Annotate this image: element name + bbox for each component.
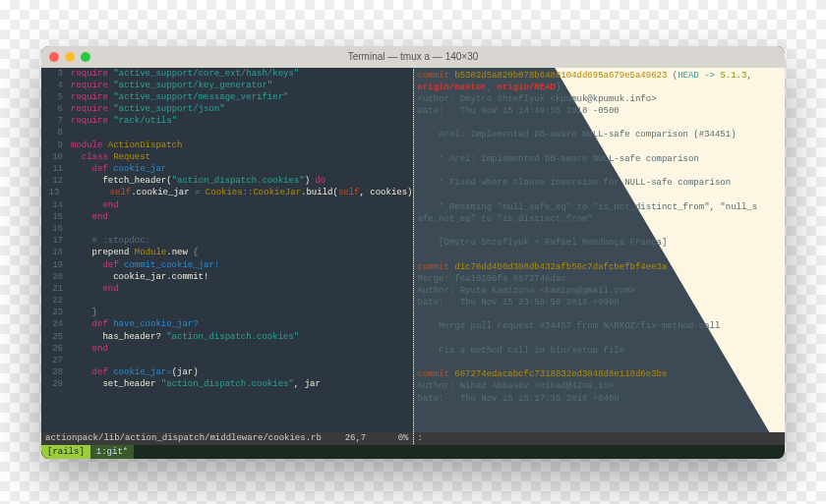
file-path: actionpack/lib/action_dispatch/middlewar…: [45, 433, 322, 443]
git-log-line[interactable]: Date: Thu Nov 15 14:49:55 2018 -0500: [418, 105, 782, 117]
titlebar[interactable]: Terminal — tmux a — 140×30: [41, 46, 785, 68]
git-log-line[interactable]: [418, 249, 782, 260]
line-number: 15: [41, 211, 71, 223]
terminal-window: Terminal — tmux a — 140×30 3require "act…: [41, 46, 785, 459]
line-number: 21: [41, 283, 71, 295]
code-line[interactable]: 22: [41, 295, 413, 307]
code-line[interactable]: 18 prepend Module.new {: [41, 247, 413, 258]
code-line[interactable]: 16: [41, 223, 413, 235]
code-line[interactable]: 15 end: [41, 211, 413, 223]
git-log-line[interactable]: commit b5302d5a820b078b6488104dd695a679e…: [418, 70, 782, 82]
line-number: 16: [41, 223, 71, 235]
code-line[interactable]: 21 end: [41, 283, 413, 295]
code-line[interactable]: 27: [41, 355, 413, 366]
code-line[interactable]: 10 class Request: [41, 151, 413, 163]
line-number: 12: [41, 175, 71, 187]
line-number: 23: [41, 307, 71, 318]
code-line[interactable]: 29 set_header "action_dispatch.cookies",…: [41, 378, 413, 390]
code-line[interactable]: 17 # :stopdoc:: [41, 235, 413, 247]
code-line[interactable]: 19 def commit_cookie_jar!: [41, 259, 413, 271]
git-log-line[interactable]: commit 667274edacabcfc7318832ed3048d8e11…: [418, 368, 782, 380]
git-log-line[interactable]: Merge pull request #34457 from NARKOZ/fi…: [418, 320, 782, 332]
git-log-line[interactable]: Author: Ryuta Kamizono <kamipo@gmail.com…: [418, 285, 782, 297]
git-log-line[interactable]: Date: Thu Nov 15 18:17:35 2018 +0400: [418, 393, 782, 405]
code-line[interactable]: 4require "active_support/key_generator": [41, 80, 413, 91]
line-number: 10: [41, 151, 71, 163]
line-number: 27: [41, 355, 71, 366]
git-log-line[interactable]: Merge: f6a16106fa 667274edac: [418, 273, 782, 285]
git-log-line[interactable]: [418, 333, 782, 345]
git-log-line[interactable]: [418, 165, 782, 177]
line-number: 14: [41, 199, 71, 211]
line-number: 7: [41, 115, 71, 127]
window-title: Terminal — tmux a — 140×30: [41, 51, 785, 62]
code-line[interactable]: 12 fetch_header("action_dispatch.cookies…: [41, 175, 413, 187]
pager-prompt: :: [418, 433, 423, 443]
code-line[interactable]: 3require "active_support/core_ext/hash/k…: [41, 68, 413, 80]
line-number: 24: [41, 318, 71, 330]
git-log-line[interactable]: commit d1c76dd4b0d308db432afb56c7dafcbef…: [418, 261, 782, 273]
code-line[interactable]: 23 }: [41, 307, 413, 318]
line-number: 19: [41, 259, 71, 271]
code-line[interactable]: 14 end: [41, 199, 413, 211]
git-log-line[interactable]: [418, 308, 782, 320]
code-line[interactable]: 25 has_header? "action_dispatch.cookies": [41, 331, 413, 343]
code-line[interactable]: 20 cookie_jar.commit!: [41, 271, 413, 283]
git-log-line[interactable]: Fix a method call in bin/setup file: [418, 345, 782, 357]
line-number: 18: [41, 247, 71, 258]
code-line[interactable]: 5require "active_support/message_verifie…: [41, 91, 413, 103]
line-number: 26: [41, 343, 71, 355]
git-log-line[interactable]: [Dmytro Shteflyuk + Rafael Mendonça Fran…: [418, 237, 782, 249]
code-line[interactable]: 28 def cookie_jar=(jar): [41, 366, 413, 378]
git-log-line[interactable]: [418, 189, 782, 200]
line-number: 4: [41, 80, 71, 91]
code-line[interactable]: 8: [41, 127, 413, 139]
git-log-line[interactable]: origin/master, origin/HEAD): [418, 82, 782, 93]
git-log-pane[interactable]: commit b5302d5a820b078b6488104dd695a679e…: [413, 68, 786, 459]
line-number: 13: [41, 187, 67, 198]
line-number: 6: [41, 103, 71, 115]
line-number: 5: [41, 91, 71, 103]
git-log-line[interactable]: [418, 117, 782, 129]
line-number: 28: [41, 366, 71, 378]
editor-pane[interactable]: 3require "active_support/core_ext/hash/k…: [41, 68, 413, 459]
tmux-statusbar: [rails] 1:git*: [41, 445, 785, 459]
tmux-session[interactable]: [rails]: [41, 445, 90, 459]
cursor-pos: 26,7: [345, 433, 367, 443]
line-number: 11: [41, 163, 71, 175]
git-log-line[interactable]: * Renaming "null_safe_eq" to "is_not_dis…: [418, 201, 782, 213]
code-line[interactable]: 9module ActionDispatch: [41, 140, 413, 151]
code-line[interactable]: 13 self.cookie_jar = Cookies::CookieJar.…: [41, 187, 413, 198]
line-number: 9: [41, 140, 71, 151]
line-number: 17: [41, 235, 71, 247]
git-log-line[interactable]: * Fixed where clause inversion for NULL-…: [418, 177, 782, 189]
git-log-line[interactable]: afe_not_eq" to "is_distinct_from": [418, 213, 782, 225]
git-log-line[interactable]: Author: Dmytro Shteflyuk <kpumuk@kpumuk.…: [418, 93, 782, 105]
editor-statusline: actionpack/lib/action_dispatch/middlewar…: [41, 432, 413, 445]
code-line[interactable]: 11 def cookie_jar: [41, 163, 413, 175]
code-line[interactable]: 24 def have_cookie_jar?: [41, 318, 413, 330]
terminal-content[interactable]: 3require "active_support/core_ext/hash/k…: [41, 68, 785, 459]
code-line[interactable]: 6require "active_support/json": [41, 103, 413, 115]
git-log-line[interactable]: [418, 225, 782, 237]
pager-statusline: :: [414, 432, 786, 445]
line-number: 29: [41, 378, 71, 390]
code-line[interactable]: 7require "rack/utils": [41, 115, 413, 127]
scroll-pct: 0%: [398, 433, 409, 443]
line-number: 3: [41, 68, 71, 80]
git-log-line[interactable]: [418, 357, 782, 368]
line-number: 20: [41, 271, 71, 283]
git-log-line[interactable]: Arel: Implemented DB-aware NULL-safe com…: [418, 129, 782, 140]
git-log-line[interactable]: [418, 141, 782, 153]
line-number: 8: [41, 127, 71, 139]
git-log-line[interactable]: Author: Nihad Abbasov <nihad@42na.in>: [418, 380, 782, 392]
line-number: 22: [41, 295, 71, 307]
code-line[interactable]: 26 end: [41, 343, 413, 355]
git-log-line[interactable]: Date: Thu Nov 15 23:58:56 2018 +0900: [418, 297, 782, 308]
tmux-window[interactable]: 1:git*: [90, 445, 134, 459]
git-log-line[interactable]: * Arel: Implemented DB-aware NULL-safe c…: [418, 153, 782, 165]
line-number: 25: [41, 331, 71, 343]
